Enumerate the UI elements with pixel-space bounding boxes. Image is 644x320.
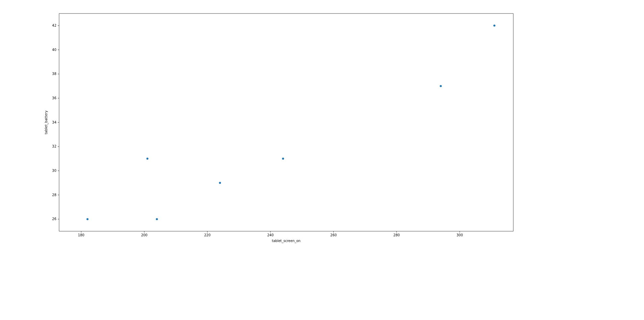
y-tick-label: 30 — [52, 169, 56, 172]
x-tick-label: 260 — [330, 233, 337, 237]
y-tick-label: 26 — [52, 217, 56, 221]
x-tick-label: 280 — [393, 233, 400, 237]
data-point — [493, 25, 495, 27]
x-tick-label: 200 — [141, 233, 148, 237]
data-point — [86, 218, 88, 220]
data-point — [282, 158, 284, 160]
y-tick-label: 36 — [52, 96, 56, 100]
x-tick-label: 240 — [267, 233, 274, 237]
y-tick-label: 40 — [52, 48, 56, 52]
x-tick-label: 180 — [78, 233, 84, 237]
x-axis-label: tablet_screen_on — [272, 239, 301, 243]
y-tick-label: 32 — [52, 144, 56, 148]
y-tick-label: 38 — [52, 72, 56, 76]
x-tick-label: 220 — [204, 233, 210, 237]
scatter-chart: 180200220240260280300262830323436384042t… — [0, 0, 644, 320]
chart-svg: 180200220240260280300262830323436384042t… — [0, 0, 644, 320]
y-axis-label: tablet_battery — [44, 110, 48, 134]
y-tick-label: 42 — [52, 24, 56, 27]
data-point — [219, 182, 221, 184]
data-point — [156, 218, 158, 220]
data-point — [147, 158, 149, 160]
data-point — [440, 85, 442, 87]
y-tick-label: 34 — [52, 121, 56, 124]
y-tick-label: 28 — [52, 193, 56, 197]
x-tick-label: 300 — [457, 233, 463, 237]
